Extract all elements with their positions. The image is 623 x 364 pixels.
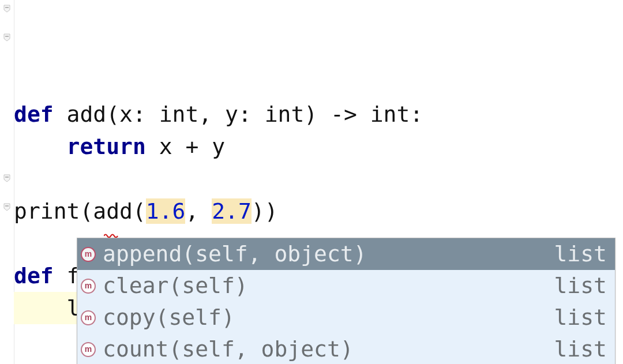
completion-return-type: list <box>554 270 607 302</box>
code-editor[interactable]: def add(x: int, y: int) -> int: return x… <box>0 0 623 364</box>
completion-return-type: list <box>554 238 607 270</box>
fold-marker[interactable] <box>3 5 10 13</box>
code-line[interactable]: return x + y <box>14 130 423 163</box>
completion-item[interactable]: mcopy(self)list <box>77 302 615 333</box>
code-token: def <box>14 263 67 288</box>
completion-signature: copy(self) <box>103 302 548 333</box>
completion-item[interactable]: mcount(self, object)list <box>77 333 615 364</box>
fold-marker[interactable] <box>3 203 10 211</box>
code-token: int <box>370 102 410 127</box>
code-token: , y: <box>198 102 264 127</box>
code-token: 2.7 <box>212 198 252 224</box>
completion-signature: append(self, object) <box>103 238 548 270</box>
code-token: ) -> <box>304 102 370 127</box>
code-line[interactable] <box>14 163 423 195</box>
code-token: print(add( <box>14 198 146 224</box>
code-token: x + y <box>159 134 225 159</box>
method-icon: m <box>81 310 96 325</box>
completion-item[interactable]: mclear(self)list <box>77 270 615 302</box>
completion-return-type: list <box>554 302 607 333</box>
code-token: : <box>410 102 423 127</box>
method-icon: m <box>81 342 96 357</box>
completion-item[interactable]: mappend(self, object)list <box>77 238 615 270</box>
code-token: int <box>265 102 305 127</box>
completion-popup[interactable]: mappend(self, object)listmclear(self)lis… <box>77 238 616 364</box>
code-token: return <box>67 134 159 159</box>
method-icon: m <box>81 279 96 294</box>
fold-marker[interactable] <box>3 33 10 42</box>
code-line[interactable]: def add(x: int, y: int) -> int: <box>14 98 423 130</box>
code-token: , <box>185 198 212 224</box>
code-token: def <box>14 102 67 127</box>
completion-return-type: list <box>554 333 607 364</box>
code-token: 1.6 <box>146 198 186 224</box>
code-token: )) <box>252 198 278 224</box>
completion-signature: clear(self) <box>103 270 548 302</box>
code-token: int <box>159 102 199 127</box>
method-icon: m <box>81 247 96 262</box>
completion-signature: count(self, object) <box>103 333 548 364</box>
code-token: add(x: <box>67 102 159 127</box>
gutter <box>0 0 14 364</box>
fold-marker[interactable] <box>3 174 10 182</box>
code-line[interactable]: print(add(1.6, 2.7)) <box>14 195 423 227</box>
code-token <box>14 134 67 159</box>
